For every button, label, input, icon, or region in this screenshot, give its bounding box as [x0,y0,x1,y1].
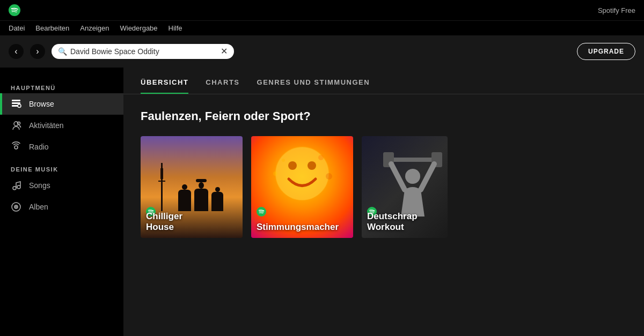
sidebar-item-alben[interactable]: Alben [0,196,123,218]
svg-point-4 [18,104,21,108]
songs-label: Songs [29,181,50,190]
svg-rect-1 [12,100,20,101]
card-workout-image: DeutschrapWorkout [362,136,448,238]
content-area: ÜBERSICHT CHARTS GENRES UND STIMMUNGEN F… [123,68,644,336]
svg-point-6 [18,122,20,125]
cards-row: ChilligerHouse [141,136,627,238]
svg-point-19 [273,171,277,176]
menu-bearbeiten[interactable]: Bearbeiten [35,24,69,32]
sidebar: HAUPTMENÜ Browse Ak [0,68,123,336]
tab-genres[interactable]: GENRES UND STIMMUNGEN [257,78,370,94]
menu-datei[interactable]: Datei [9,24,25,32]
sidebar-main-label: HAUPTMENÜ [0,80,123,93]
menubar: Datei Bearbeiten Anzeigen Wiedergabe Hil… [0,20,644,35]
card-stimmung-image: Stimmungsmacher [251,136,353,238]
spotify-logo [9,4,20,16]
search-input[interactable] [70,47,217,56]
sidebar-item-radio[interactable]: Radio [0,136,123,158]
browse-label: Browse [29,100,54,108]
content-body: Faulenzen, Feiern oder Sport? [123,94,644,253]
aktivitaeten-label: Aktivitäten [29,121,64,130]
svg-rect-3 [12,105,18,107]
menu-hilfe[interactable]: Hilfe [169,24,182,32]
svg-point-18 [318,155,324,160]
status-text: Spotify Free [598,6,635,14]
radio-icon [11,141,21,152]
activity-icon [11,120,21,131]
albums-icon [11,201,21,212]
card-workout[interactable]: DeutschrapWorkout [362,136,448,238]
songs-icon [11,180,21,191]
section-title: Faulenzen, Feiern oder Sport? [141,109,627,123]
tab-charts[interactable]: CHARTS [206,78,239,94]
tab-uebersicht[interactable]: ÜBERSICHT [141,78,188,94]
card-stimmungsmacher[interactable]: Stimmungsmacher [251,136,353,238]
browse-icon [11,99,21,109]
svg-point-20 [326,173,332,180]
back-button[interactable]: ‹ [9,44,24,59]
workout-silhouette [380,141,445,222]
card-workout-label: DeutschrapWorkout [367,211,418,233]
search-bar: 🔍 ✕ [52,44,234,59]
search-icon: 🔍 [58,47,67,56]
menu-wiedergabe[interactable]: Wiedergabe [120,24,157,32]
svg-point-25 [405,169,420,184]
svg-point-9 [17,185,20,189]
sidebar-item-songs[interactable]: Songs [0,175,123,196]
card-chilliger[interactable]: ChilligerHouse [141,136,243,238]
titlebar: Spotify Free [0,0,644,20]
svg-point-12 [16,206,17,207]
tabs-bar: ÜBERSICHT CHARTS GENRES UND STIMMUNGEN [123,68,644,94]
search-clear-button[interactable]: ✕ [221,47,228,56]
svg-point-17 [282,159,285,162]
menu-anzeigen[interactable]: Anzeigen [80,24,109,32]
smiley-face [267,144,337,214]
radio-label: Radio [29,143,49,151]
alben-label: Alben [29,203,48,211]
svg-point-8 [13,186,16,190]
navbar: ‹ › 🔍 ✕ UPGRADE [0,35,644,68]
card-chilliger-image: ChilligerHouse [141,136,243,238]
sidebar-music-label: DEINE MUSIK [0,162,123,175]
svg-rect-2 [12,102,20,104]
svg-point-7 [14,146,18,149]
svg-point-15 [288,161,297,170]
card-chilliger-label: ChilligerHouse [146,211,182,233]
card-stimmungsmacher-label: Stimmungsmacher [257,222,339,233]
main-layout: HAUPTMENÜ Browse Ak [0,68,644,336]
svg-point-16 [308,161,316,170]
sidebar-item-aktivitaeten[interactable]: Aktivitäten [0,115,123,136]
forward-button[interactable]: › [30,44,45,59]
upgrade-button[interactable]: UPGRADE [577,43,635,60]
sidebar-item-browse[interactable]: Browse [0,93,123,115]
